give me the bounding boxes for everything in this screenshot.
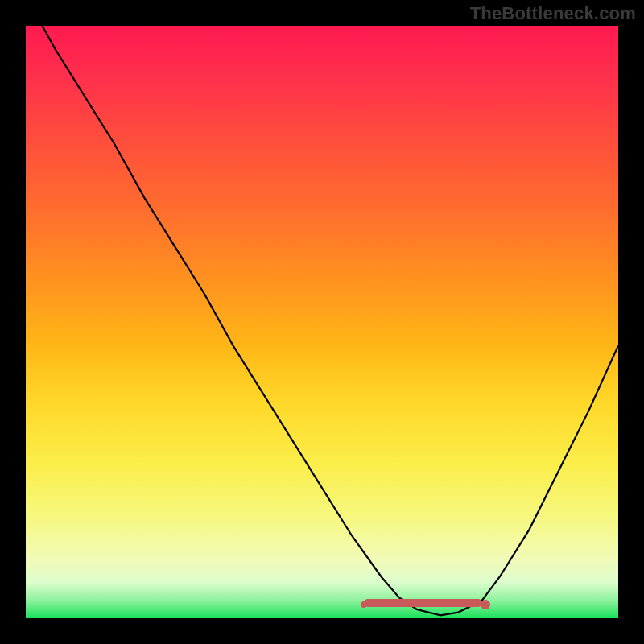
- bottleneck-curve: [26, 26, 618, 618]
- optimal-range-dot: [361, 601, 367, 608]
- watermark-text: TheBottleneck.com: [470, 3, 636, 24]
- chart-frame: TheBottleneck.com: [0, 0, 644, 644]
- plot-area: [26, 26, 618, 618]
- optimal-range-marker: [364, 599, 482, 607]
- optimal-range-end-dot: [481, 600, 490, 609]
